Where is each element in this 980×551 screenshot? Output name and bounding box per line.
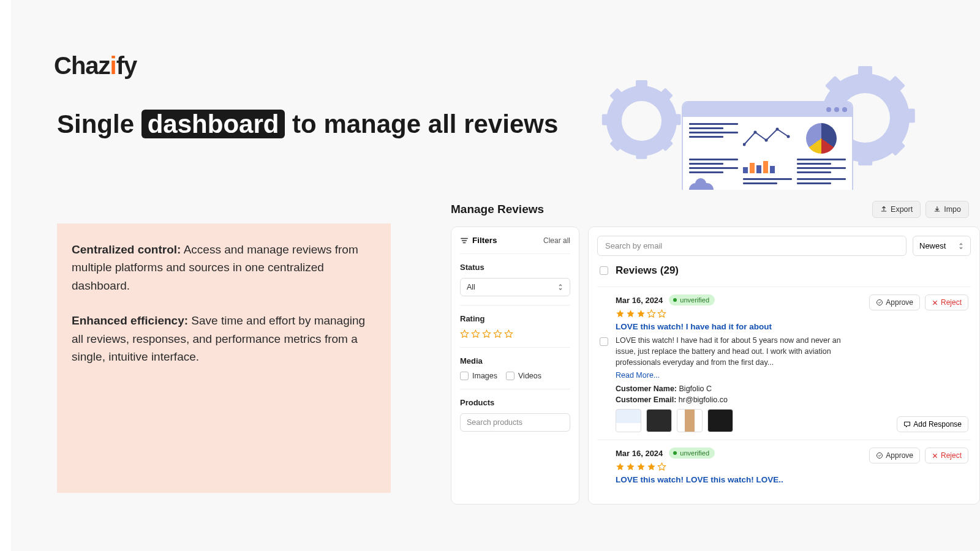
- select-all-checkbox[interactable]: [600, 266, 608, 275]
- svg-point-3: [776, 128, 779, 131]
- status-badge: unverified: [669, 448, 715, 459]
- check-circle-icon: [876, 452, 883, 459]
- gear-icon: [606, 86, 677, 156]
- dashboard-panel: Manage Reviews Export Impo Filters: [440, 190, 980, 551]
- upload-icon: [880, 206, 888, 213]
- svg-point-4: [787, 135, 790, 138]
- review-rating: [616, 309, 862, 318]
- status-label: Status: [460, 263, 570, 272]
- search-input[interactable]: Search by email: [597, 236, 907, 256]
- status-select[interactable]: All: [460, 278, 570, 296]
- rating-filter[interactable]: [460, 329, 570, 339]
- read-more-link[interactable]: Read More...: [616, 371, 660, 380]
- review-attachments: [616, 409, 862, 432]
- chevron-updown-icon: [958, 242, 964, 250]
- star-icon: [471, 329, 480, 339]
- add-response-button[interactable]: Add Response: [897, 416, 968, 432]
- reject-button[interactable]: Reject: [925, 294, 968, 310]
- import-button[interactable]: Impo: [925, 201, 969, 218]
- review-rating: [616, 462, 862, 471]
- svg-point-2: [765, 139, 768, 142]
- review-item: Mar 16, 2024 unverified LOVE this watch!…: [597, 440, 971, 495]
- images-label: Images: [472, 372, 497, 380]
- chevron-updown-icon: [557, 283, 564, 291]
- products-search-input[interactable]: Search products: [460, 413, 570, 432]
- filters-panel: Filters Clear all Status All Rating: [451, 227, 579, 504]
- reviews-count-label: Reviews (29): [616, 264, 679, 277]
- attachment-thumb[interactable]: [707, 409, 733, 432]
- status-badge: unverified: [669, 294, 715, 305]
- x-icon: [932, 299, 938, 306]
- attachment-thumb[interactable]: [616, 409, 641, 432]
- videos-checkbox[interactable]: [506, 372, 514, 380]
- svg-point-6: [877, 453, 883, 459]
- approve-button[interactable]: Approve: [869, 448, 920, 463]
- images-checkbox[interactable]: [460, 372, 469, 380]
- x-icon: [932, 452, 938, 459]
- star-icon: [504, 329, 513, 339]
- star-icon: [460, 329, 469, 339]
- products-label: Products: [460, 398, 570, 407]
- media-label: Media: [460, 356, 570, 365]
- review-checkbox[interactable]: [600, 337, 608, 346]
- headline: Single dashboard to manage all reviews: [57, 107, 558, 142]
- svg-point-1: [754, 131, 757, 134]
- svg-point-5: [877, 300, 883, 305]
- videos-label: Videos: [518, 372, 541, 380]
- sort-select[interactable]: Newest: [913, 236, 971, 256]
- download-icon: [933, 206, 941, 213]
- page-title: Manage Reviews: [451, 203, 544, 216]
- review-title[interactable]: LOVE this watch! I have had it for about: [616, 322, 862, 331]
- star-icon: [482, 329, 491, 339]
- message-icon: [903, 421, 911, 428]
- review-item: Mar 16, 2024 unverified LOVE this watch!…: [597, 287, 971, 440]
- reject-button[interactable]: Reject: [925, 448, 968, 463]
- filter-icon: [460, 237, 469, 244]
- star-icon: [493, 329, 502, 339]
- rating-label: Rating: [460, 314, 570, 323]
- review-body: LOVE this watch! I have had it for about…: [616, 335, 862, 368]
- review-title[interactable]: LOVE this watch! LOVE this watch! LOVE..: [616, 475, 862, 484]
- reviews-panel: Search by email Newest Reviews (29) Mar …: [588, 227, 980, 504]
- brand-logo: Chazify: [54, 52, 137, 80]
- filters-label: Filters: [460, 236, 497, 245]
- attachment-thumb[interactable]: [646, 409, 672, 432]
- clear-all-button[interactable]: Clear all: [543, 236, 570, 245]
- export-button[interactable]: Export: [872, 201, 921, 218]
- check-circle-icon: [876, 299, 883, 306]
- approve-button[interactable]: Approve: [869, 294, 920, 310]
- review-date: Mar 16, 2024: [616, 449, 663, 458]
- attachment-thumb[interactable]: [677, 409, 703, 432]
- marketing-copy: Centralized control: Access and manage r…: [57, 223, 391, 493]
- review-date: Mar 16, 2024: [616, 296, 663, 305]
